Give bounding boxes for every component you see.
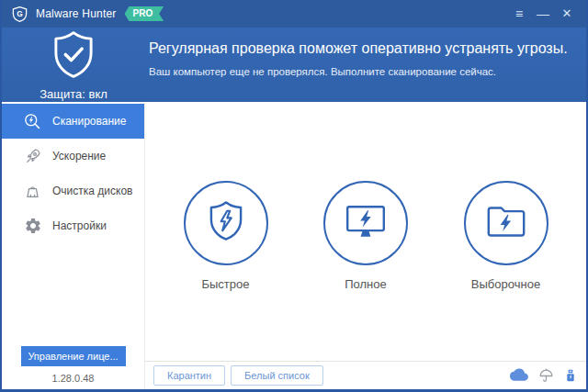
scan-option-quick[interactable]: Быстрое [166, 181, 286, 291]
sidebar-item-label: Сканирование [52, 115, 126, 128]
whitelist-button[interactable]: Белый список [231, 365, 323, 386]
protection-status-panel: Защита: вкл [2, 28, 145, 102]
quarantine-button[interactable]: Карантин [153, 365, 225, 386]
gear-icon [23, 217, 42, 236]
license-button[interactable]: Управление лице... [21, 346, 126, 366]
titlebar: G Malware Hunter PRO ≡ — ✕ [2, 0, 586, 28]
close-button[interactable]: ✕ [557, 4, 577, 24]
page-title: Регулярная проверка поможет оперативно у… [149, 40, 577, 57]
quick-scan-circle [184, 181, 268, 265]
footer-toolbar: Карантин Белый список [145, 361, 586, 389]
scan-option-label: Полное [345, 277, 387, 291]
sidebar-item-label: Ускорение [52, 150, 106, 162]
sidebar-item-label: Настройки [52, 219, 107, 232]
page-subtitle: Ваш компьютер еще не проверялся. Выполни… [149, 66, 577, 77]
protection-status: Защита: вкл [40, 87, 107, 101]
sidebar-item-label: Очистка дисков [52, 185, 132, 197]
scan-options: Быстрое Полное [145, 102, 586, 361]
broom-icon [23, 182, 42, 201]
folder-bolt-icon [484, 203, 528, 244]
menu-button[interactable]: ≡ [509, 4, 529, 24]
svg-text:G: G [17, 9, 22, 18]
minimize-button[interactable]: — [533, 4, 553, 24]
main-panel: Быстрое Полное [145, 102, 586, 389]
sidebar: Сканирование Ускорение [2, 102, 145, 389]
scan-option-label: Быстрое [201, 277, 249, 291]
window-controls: ≡ — ✕ [509, 4, 577, 24]
protection-shield-check-icon [51, 30, 96, 84]
shield-bolt-icon [207, 200, 245, 246]
full-scan-circle [323, 181, 408, 265]
app-title: Malware Hunter [36, 7, 117, 20]
usb-bolt-icon[interactable] [563, 367, 578, 384]
sidebar-item-scan[interactable]: Сканирование [2, 104, 144, 139]
scan-option-full[interactable]: Полное [306, 181, 425, 291]
sidebar-item-settings[interactable]: Настройки [2, 208, 144, 243]
umbrella-icon[interactable] [537, 367, 555, 385]
pro-badge: PRO [125, 6, 164, 21]
sidebar-item-boost[interactable]: Ускорение [2, 139, 144, 174]
monitor-bolt-icon [344, 203, 388, 244]
cloud-icon[interactable] [510, 366, 529, 386]
header-banner: Защита: вкл Регулярная проверка поможет … [2, 28, 586, 102]
header-text: Регулярная проверка поможет оперативно у… [145, 28, 586, 102]
app-window: G Malware Hunter PRO ≡ — ✕ Защита: вкл Р… [0, 0, 588, 392]
sidebar-item-disk-cleanup[interactable]: Очистка дисков [2, 174, 144, 208]
app-logo-shield-icon: G [11, 6, 28, 23]
scan-option-custom[interactable]: Выборочное [447, 181, 566, 291]
scan-search-bolt-icon [23, 112, 42, 131]
version-label: 1.28.0.48 [52, 373, 95, 384]
custom-scan-circle [464, 181, 548, 265]
scan-option-label: Выборочное [471, 277, 540, 291]
rocket-icon [23, 147, 42, 166]
